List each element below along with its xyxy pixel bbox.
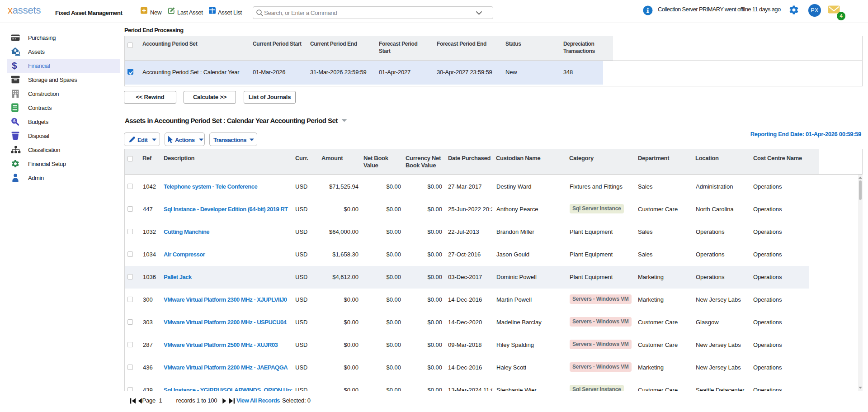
svg-text:$: $ (13, 118, 15, 123)
